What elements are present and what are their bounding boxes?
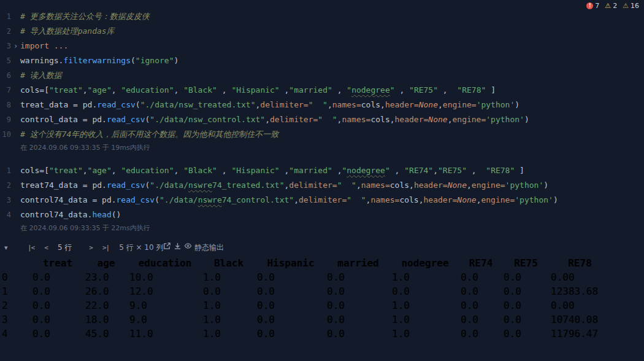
- column-header-Hispanic[interactable]: Hispanic: [256, 257, 325, 270]
- data-cell[interactable]: 0.0: [32, 313, 83, 326]
- table-row[interactable]: 00.023.010.01.00.00.01.00.00.00.00: [1, 271, 610, 284]
- data-cell[interactable]: 0.0: [202, 285, 255, 298]
- data-cell[interactable]: 1.0: [391, 271, 459, 284]
- data-cell[interactable]: 11.0: [129, 327, 201, 340]
- data-cell[interactable]: 0.0: [460, 327, 502, 340]
- data-cell[interactable]: 0.0: [503, 327, 549, 340]
- next-page-button[interactable]: >: [89, 244, 93, 252]
- row-index-cell[interactable]: 0: [1, 271, 31, 284]
- data-cell[interactable]: 1.0: [202, 271, 255, 284]
- data-cell[interactable]: 26.0: [85, 285, 128, 298]
- code-line[interactable]: 10# 这个没有74年的收入，后面不用这个数据。因为他和其他控制住不一致: [0, 127, 644, 142]
- data-cell[interactable]: 1.0: [391, 327, 459, 340]
- data-cell[interactable]: 10.0: [129, 271, 201, 284]
- code-line[interactable]: 3›import ...: [0, 39, 644, 53]
- data-cell[interactable]: 12.0: [129, 285, 201, 298]
- data-cell[interactable]: 0.0: [503, 285, 549, 298]
- data-cell[interactable]: 1.0: [202, 313, 255, 326]
- data-cell[interactable]: 1.0: [391, 313, 459, 326]
- first-page-button[interactable]: |<: [28, 244, 34, 252]
- code-line[interactable]: 3control74_data = pd.read_csv("./data/ns…: [0, 193, 644, 208]
- data-cell[interactable]: 0.0: [32, 327, 83, 340]
- code-line[interactable]: 5warnings.filterwarnings("ignore"): [0, 53, 644, 68]
- data-cell[interactable]: 0.0: [503, 299, 549, 312]
- prev-page-button[interactable]: <: [44, 244, 48, 252]
- data-cell[interactable]: 0.0: [503, 313, 549, 326]
- data-cell[interactable]: 0.0: [460, 271, 502, 284]
- data-cell[interactable]: 0.0: [32, 271, 83, 284]
- collapse-output-icon[interactable]: ▾: [4, 244, 13, 252]
- data-cell[interactable]: 0.00: [550, 271, 610, 284]
- last-page-button[interactable]: >|: [102, 244, 109, 252]
- column-header-treat[interactable]: treat: [32, 257, 83, 270]
- data-cell[interactable]: 0.0: [503, 271, 549, 284]
- row-index-cell[interactable]: 2: [1, 299, 31, 312]
- table-row[interactable]: 30.018.09.01.00.00.01.00.00.010740.08: [1, 313, 610, 326]
- data-cell[interactable]: 1.0: [202, 327, 255, 340]
- data-cell[interactable]: 22.0: [85, 299, 128, 312]
- data-cell[interactable]: 1.0: [391, 299, 459, 312]
- data-cell[interactable]: 10740.08: [550, 313, 610, 326]
- weak-warning-badge[interactable]: ⚠ 16: [623, 2, 639, 10]
- data-cell[interactable]: 1.0: [202, 299, 255, 312]
- data-cell[interactable]: 0.0: [460, 313, 502, 326]
- column-header-RE75[interactable]: RE75: [503, 257, 549, 270]
- code-line[interactable]: 2treat74_data = pd.read_csv("./data/nswr…: [0, 178, 644, 193]
- inspections-widget[interactable]: ! 7 ⚠ 2 ⚠ 16: [586, 2, 639, 10]
- data-cell[interactable]: 0.0: [326, 313, 390, 326]
- code-line[interactable]: 8treat_data = pd.read_csv("./data/nsw_tr…: [0, 98, 644, 112]
- table-row[interactable]: 10.026.012.00.00.00.00.00.00.012383.68: [1, 285, 610, 298]
- data-cell[interactable]: 0.0: [256, 299, 325, 312]
- data-cell[interactable]: 18.0: [85, 313, 128, 326]
- code-cell-1[interactable]: 1# 更多数据关注公众号：数据皮皮侠2# 导入数据处理pandas库3›impo…: [0, 0, 644, 155]
- code-line[interactable]: 7cols=["treat","age", "education", "Blac…: [0, 83, 644, 98]
- column-header-education[interactable]: education: [129, 257, 201, 270]
- data-cell[interactable]: 0.0: [326, 271, 390, 284]
- row-index-cell[interactable]: 1: [1, 285, 31, 298]
- data-cell[interactable]: 23.0: [85, 271, 128, 284]
- data-cell[interactable]: 0.0: [460, 299, 502, 312]
- data-cell[interactable]: 0.0: [256, 271, 325, 284]
- column-header-nodegree[interactable]: nodegree: [391, 257, 459, 270]
- fold-marker-icon[interactable]: ›: [11, 39, 20, 53]
- data-cell[interactable]: 9.0: [129, 299, 201, 312]
- data-cell[interactable]: 0.0: [32, 285, 83, 298]
- table-row[interactable]: 20.022.09.01.00.00.01.00.00.00.00: [1, 299, 610, 312]
- data-cell[interactable]: 0.0: [256, 285, 325, 298]
- row-index-cell[interactable]: 4: [1, 327, 31, 340]
- code-cell-2[interactable]: 1cols=["treat","age", "education", "Blac…: [0, 163, 644, 236]
- column-header-Black[interactable]: Black: [202, 257, 255, 270]
- code-line[interactable]: 2# 导入数据处理pandas库: [0, 24, 644, 39]
- data-cell[interactable]: 0.0: [326, 299, 390, 312]
- page-size-dropdown[interactable]: 5 行: [58, 243, 80, 253]
- open-in-new-window-icon[interactable]: [163, 243, 174, 252]
- data-cell[interactable]: 0.0: [256, 327, 325, 340]
- data-cell[interactable]: 0.0: [326, 327, 390, 340]
- data-cell[interactable]: 0.0: [256, 313, 325, 326]
- data-cell[interactable]: 0.0: [391, 285, 459, 298]
- download-export-icon[interactable]: [174, 243, 184, 252]
- data-cell[interactable]: 9.0: [129, 313, 201, 326]
- data-cell[interactable]: 0.0: [326, 285, 390, 298]
- column-header-married[interactable]: married: [326, 257, 390, 270]
- data-cell[interactable]: 0.0: [32, 299, 83, 312]
- warning-badge[interactable]: ⚠ 2: [605, 2, 617, 10]
- column-header-RE74[interactable]: RE74: [460, 257, 502, 270]
- column-header-age[interactable]: age: [85, 257, 128, 270]
- code-line[interactable]: 9control_data = pd.read_csv("./data/nsw_…: [0, 112, 644, 127]
- data-cell[interactable]: 11796.47: [550, 327, 610, 340]
- column-header-RE78[interactable]: RE78: [550, 257, 610, 270]
- table-row[interactable]: 40.045.011.01.00.00.01.00.00.011796.47: [1, 327, 610, 340]
- error-badge[interactable]: ! 7: [586, 2, 599, 10]
- code-line[interactable]: 6# 读入数据: [0, 68, 644, 83]
- row-index-cell[interactable]: 3: [1, 313, 31, 326]
- code-line[interactable]: 4control74_data.head(): [0, 208, 644, 222]
- data-cell[interactable]: 0.0: [460, 285, 502, 298]
- data-cell[interactable]: 0.00: [550, 299, 610, 312]
- data-cell[interactable]: 45.0: [85, 327, 128, 340]
- index-column-header[interactable]: [1, 257, 31, 270]
- data-cell[interactable]: 12383.68: [550, 285, 610, 298]
- static-output-toggle[interactable]: 静态输出: [184, 243, 224, 252]
- code-line[interactable]: 1cols=["treat","age", "education", "Blac…: [0, 163, 644, 178]
- code-line[interactable]: 1# 更多数据关注公众号：数据皮皮侠: [0, 9, 644, 24]
